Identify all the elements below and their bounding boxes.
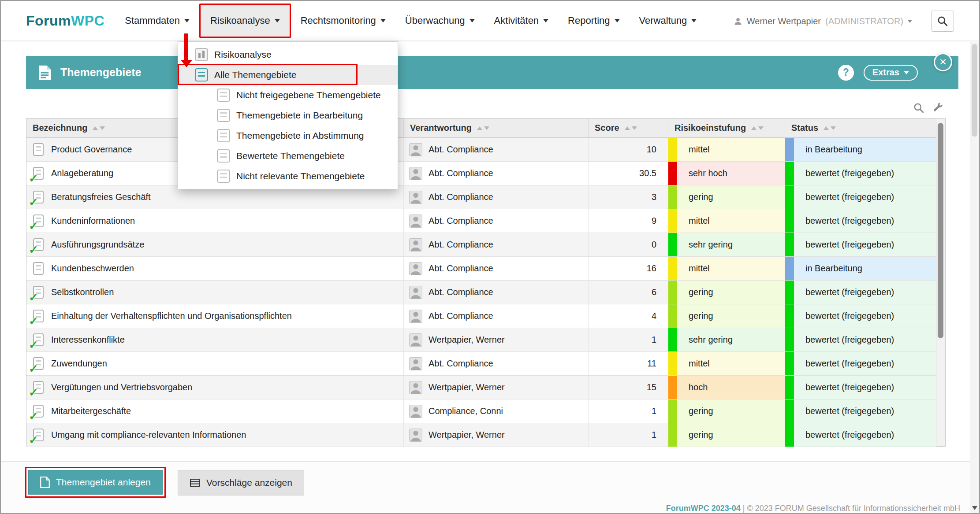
- table-row[interactable]: ✓ Product Governance Abt. Compliance 10 …: [26, 138, 936, 162]
- risk-label: gering: [689, 406, 713, 416]
- table-row[interactable]: ✓ Vergütungen und Vertriebsvorgaben Wert…: [26, 376, 936, 399]
- nav-item-rechtsmonitoring[interactable]: Rechtsmonitoring: [291, 1, 395, 41]
- menu-item-risikoanalyse[interactable]: Risikoanalyse: [178, 44, 398, 65]
- topic-document-icon: ✓: [32, 142, 45, 157]
- table-scrollbar-thumb[interactable]: [938, 123, 943, 338]
- logo-part-secondary: WPC: [71, 13, 104, 29]
- column-header-verantwortung[interactable]: Verantwortung: [404, 118, 589, 137]
- nav-item-risikoanalyse[interactable]: Risikoanalyse: [199, 4, 291, 38]
- search-button[interactable]: [931, 11, 954, 32]
- themengebiete-table: Bezeichnung Verantwortung Score Risikoei…: [26, 118, 946, 447]
- status-color-block: [785, 423, 794, 447]
- document-icon: [217, 170, 230, 183]
- table-row[interactable]: ✓ Ausführungsgrundsätze Abt. Compliance …: [26, 233, 936, 257]
- sort-icon: [93, 126, 105, 130]
- window-scrollbar[interactable]: [970, 42, 979, 513]
- create-topic-button[interactable]: Themengebiet anlegen: [28, 470, 163, 495]
- risk-color-block: [668, 185, 677, 209]
- table-row[interactable]: ✓ Beratungsfreies Geschäft Abt. Complian…: [26, 185, 936, 209]
- table-row[interactable]: ✓ Interessenkonflikte Wertpapier, Werner…: [26, 328, 936, 352]
- risk-label: gering: [689, 311, 713, 321]
- risk-label: gering: [689, 430, 713, 440]
- score-value: 11: [589, 352, 668, 375]
- table-row[interactable]: ✓ Einhaltung der Verhaltenspflichten und…: [26, 304, 936, 328]
- table-row[interactable]: ✓ Anlageberatung Abt. Compliance 30.5 se…: [26, 162, 936, 185]
- topic-name: Kundeninformationen: [51, 216, 135, 226]
- menu-item-themengebiete-in-abstimmung[interactable]: Themengebiete in Abstimmung: [178, 126, 398, 146]
- topic-name: Kundenbeschwerden: [51, 263, 134, 274]
- app-logo[interactable]: ForumWPC: [26, 13, 104, 29]
- topic-name: Zuwendungen: [51, 359, 107, 369]
- scroll-down-arrow-icon[interactable]: [972, 506, 977, 510]
- nav-item-reporting[interactable]: Reporting: [558, 1, 629, 41]
- status-cell: bewertet (freigegeben): [785, 399, 936, 423]
- avatar-icon: [409, 191, 422, 204]
- table-row[interactable]: ✓ Zuwendungen Abt. Compliance 11 mittel …: [26, 352, 936, 376]
- check-icon: ✓: [29, 173, 38, 184]
- status-cell: in Bearbeitung: [785, 257, 936, 280]
- status-color-block: [785, 233, 794, 256]
- check-icon: ✓: [29, 410, 38, 422]
- table-row[interactable]: ✓ Kundeninformationen Abt. Compliance 9 …: [26, 209, 936, 233]
- avatar-icon: [409, 286, 422, 299]
- responsible-name: Wertpapier, Werner: [429, 335, 505, 345]
- wrench-icon: [932, 102, 944, 114]
- status-cell: bewertet (freigegeben): [785, 233, 936, 256]
- avatar-icon: [409, 143, 422, 156]
- themengebiete-document-icon: [38, 65, 52, 81]
- column-header-status[interactable]: Status: [785, 118, 936, 137]
- menu-item-alle-themengebiete[interactable]: Alle Themengebiete: [178, 65, 398, 85]
- status-cell: bewertet (freigegeben): [785, 376, 936, 399]
- topic-name: Ausführungsgrundsätze: [51, 240, 144, 250]
- menu-item-themengebiete-in-bearbeitung[interactable]: Themengebiete in Bearbeitung: [178, 105, 398, 126]
- risk-label: mittel: [689, 359, 710, 369]
- column-header-score[interactable]: Score: [589, 118, 668, 137]
- table-row[interactable]: ✓ Mitarbeitergeschäfte Compliance, Conni…: [26, 399, 936, 423]
- table-settings-button[interactable]: [932, 102, 944, 114]
- risikoanalyse-dropdown: Risikoanalyse Alle Themengebiete Nicht f…: [178, 41, 398, 189]
- risk-color-block: [668, 376, 677, 399]
- avatar-icon: [409, 381, 422, 394]
- close-icon: ✕: [939, 57, 947, 67]
- menu-item-bewertete-themengebiete[interactable]: Bewertete Themengebiete: [178, 146, 398, 166]
- nav-item-verwaltung[interactable]: Verwaltung: [630, 1, 707, 41]
- help-button[interactable]: ?: [838, 65, 854, 81]
- status-label: bewertet (freigegeben): [805, 335, 894, 345]
- risk-rating-cell: gering: [668, 185, 785, 209]
- menu-item-nicht-freigegebene-themengebiete[interactable]: Nicht freigegebene Themengebiete: [178, 85, 398, 105]
- close-button[interactable]: ✕: [934, 53, 952, 71]
- topic-document-icon: ✓: [32, 261, 45, 276]
- nav-item-überwachung[interactable]: Überwachung: [395, 1, 484, 41]
- nav-item-aktivitäten[interactable]: Aktivitäten: [484, 1, 559, 41]
- check-icon: ✓: [29, 292, 38, 303]
- window-scrollbar-thumb[interactable]: [972, 44, 977, 137]
- search-icon: [937, 15, 948, 27]
- user-role: (ADMINISTRATOR): [825, 16, 903, 26]
- user-menu[interactable]: Werner Wertpapier (ADMINISTRATOR): [734, 1, 912, 41]
- show-suggestions-button[interactable]: Vorschläge anzeigen: [178, 470, 304, 496]
- status-color-block: [785, 209, 794, 233]
- status-color-block: [785, 185, 794, 209]
- footer-copyright: ForumWPC 2023-04 | © 2023 FORUM Gesellsc…: [666, 504, 960, 513]
- risk-label: mittel: [689, 144, 710, 155]
- table-row[interactable]: ✓ Umgang mit compliance-relevanten Infor…: [26, 423, 936, 447]
- status-cell: bewertet (freigegeben): [785, 185, 936, 209]
- column-header-risikoeinstufung[interactable]: Risikoeinstufung: [668, 118, 785, 137]
- table-scrollbar[interactable]: [936, 118, 945, 446]
- chevron-down-icon: [908, 20, 912, 23]
- extras-button[interactable]: Extras: [864, 65, 918, 81]
- table-row[interactable]: ✓ Selbstkontrollen Abt. Compliance 6 ger…: [26, 281, 936, 304]
- risk-label: mittel: [689, 216, 710, 226]
- status-label: bewertet (freigegeben): [805, 287, 894, 297]
- status-label: bewertet (freigegeben): [805, 168, 894, 178]
- table-search-button[interactable]: [913, 102, 924, 114]
- table-row[interactable]: ✓ Kundenbeschwerden Abt. Compliance 16 m…: [26, 257, 936, 281]
- status-label: bewertet (freigegeben): [805, 311, 894, 321]
- avatar-icon: [409, 310, 422, 323]
- status-color-block: [785, 138, 794, 161]
- menu-item-nicht-relevante-themengebiete[interactable]: Nicht relevante Themengebiete: [178, 166, 398, 186]
- check-icon: ✓: [29, 387, 38, 398]
- nav-item-stammdaten[interactable]: Stammdaten: [115, 1, 199, 41]
- risk-color-block: [668, 162, 677, 185]
- score-value: 6: [589, 281, 668, 304]
